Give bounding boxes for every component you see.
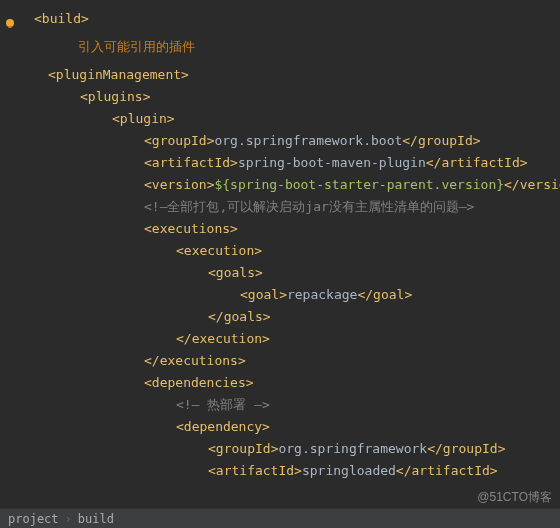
code-line: <pluginManagement>: [0, 64, 560, 86]
code-line: <!—全部打包,可以解决启动jar没有主属性清单的问题—>: [0, 196, 560, 218]
lightbulb-icon[interactable]: [4, 18, 16, 30]
code-line: <groupId>org.springframework</groupId>: [0, 438, 560, 460]
code-line: </execution>: [0, 328, 560, 350]
code-line: <dependencies>: [0, 372, 560, 394]
code-line: <goal>repackage</goal>: [0, 284, 560, 306]
breadcrumb: project › build: [0, 508, 560, 528]
code-line: <artifactId>springloaded</artifactId>: [0, 460, 560, 482]
code-line: <goals>: [0, 262, 560, 284]
code-editor[interactable]: <build> 引入可能引用的插件 <pluginManagement> <pl…: [0, 0, 560, 482]
chevron-right-icon: ›: [65, 512, 72, 526]
code-line: <dependency>: [0, 416, 560, 438]
svg-point-0: [6, 19, 14, 27]
code-line: <build>: [0, 8, 560, 30]
watermark: @51CTO博客: [477, 489, 552, 506]
svg-rect-1: [9, 26, 12, 28]
breadcrumb-item[interactable]: build: [78, 512, 114, 526]
breadcrumb-item[interactable]: project: [8, 512, 59, 526]
code-line: <version>${spring-boot-starter-parent.ve…: [0, 174, 560, 196]
code-line: <execution>: [0, 240, 560, 262]
code-line: <!— 热部署 —>: [0, 394, 560, 416]
code-line: <executions>: [0, 218, 560, 240]
code-line: <artifactId>spring-boot-maven-plugin</ar…: [0, 152, 560, 174]
code-line: </executions>: [0, 350, 560, 372]
code-line: </goals>: [0, 306, 560, 328]
code-line: <groupId>org.springframework.boot</group…: [0, 130, 560, 152]
annotation-hint: 引入可能引用的插件: [0, 36, 560, 58]
code-line: <plugins>: [0, 86, 560, 108]
code-line: <plugin>: [0, 108, 560, 130]
